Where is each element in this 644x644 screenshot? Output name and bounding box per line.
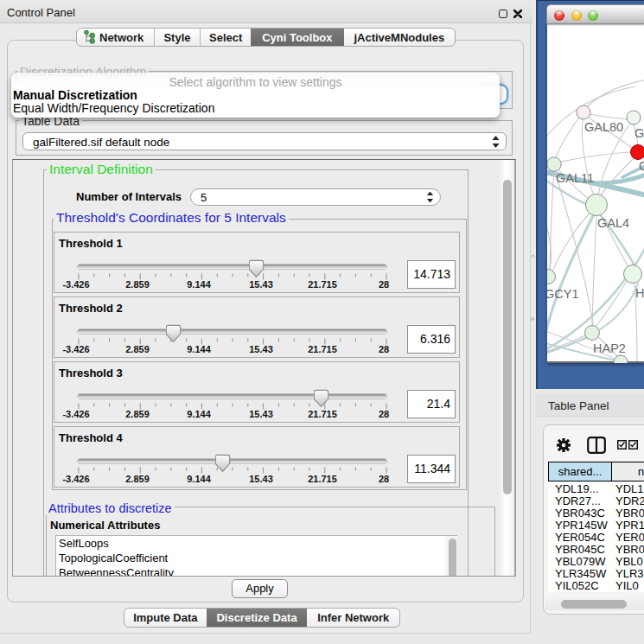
svg-text:HAP2: HAP2 — [593, 341, 626, 355]
svg-text:GAL4: GAL4 — [597, 216, 629, 230]
svg-text:GCY1: GCY1 — [547, 287, 579, 301]
svg-text:GAL80: GAL80 — [584, 120, 623, 134]
svg-text:C: C — [639, 159, 644, 173]
svg-text:GAL11: GAL11 — [556, 171, 594, 185]
svg-text:H: H — [635, 286, 644, 300]
svg-text:GA: GA — [634, 126, 644, 140]
